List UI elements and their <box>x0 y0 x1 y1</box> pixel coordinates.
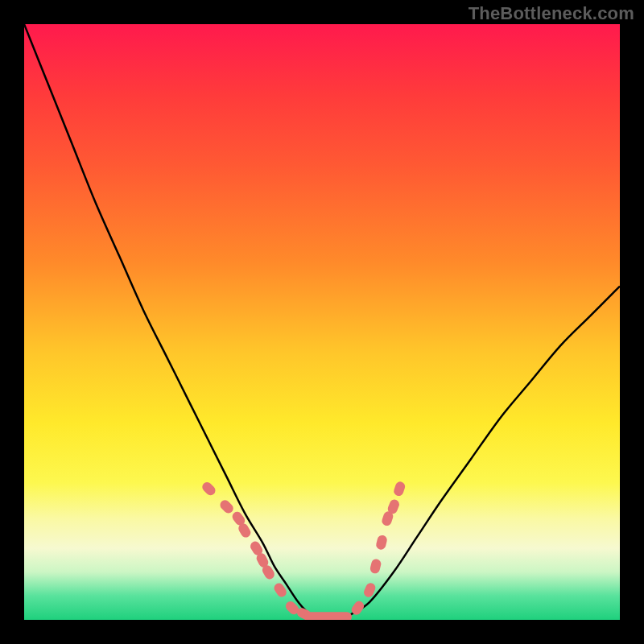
bottleneck-curve <box>24 24 620 620</box>
curve-marker <box>200 481 217 497</box>
curve-marker <box>375 535 388 551</box>
chart-frame: TheBottleneck.com <box>0 0 644 644</box>
curve-marker <box>218 498 235 515</box>
plot-area <box>24 24 620 620</box>
curve-marker <box>393 481 407 497</box>
watermark-text: TheBottleneck.com <box>469 3 634 24</box>
marker-bottom-bar <box>304 612 352 620</box>
curve-marker <box>369 558 382 574</box>
chart-svg <box>24 24 620 620</box>
marker-cluster-right <box>349 481 406 617</box>
